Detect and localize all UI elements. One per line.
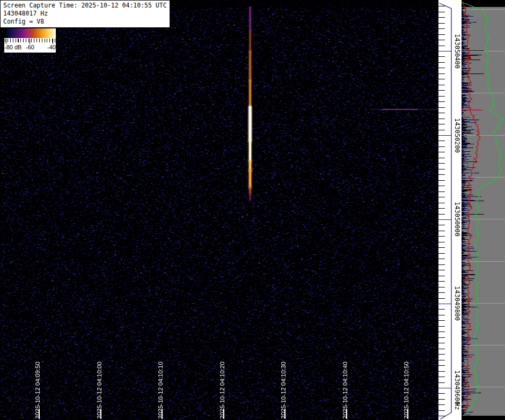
time-tick-label: 2025-10-12 04:10:40: [342, 362, 348, 419]
db-label-max: -40: [47, 44, 56, 50]
spectrogram-screen: Screen Capture Time: 2025-10-12 04:10:55…: [0, 0, 505, 420]
freq-tick-label: 143050200: [453, 118, 461, 153]
time-tick-label: 2025-10-12 04:10:50: [403, 362, 409, 419]
color-gradient-bar: [4, 28, 56, 38]
time-tick-label: 2025-10-12 04:10:00: [96, 362, 103, 419]
config-text: Config = V8: [3, 18, 167, 26]
capture-time-text: Screen Capture Time: 2025-10-12 04:10:55…: [3, 2, 167, 10]
capture-info-box: Screen Capture Time: 2025-10-12 04:10:55…: [0, 0, 170, 28]
db-label-mid: -60: [26, 44, 34, 50]
freq-tick-label: 143050400: [453, 34, 461, 69]
spectrogram-canvas: [0, 0, 505, 420]
center-frequency-text: 143048017 Hz: [3, 10, 167, 18]
time-tick-label: 2025-10-12 04:10:10: [157, 362, 164, 419]
color-scale-minor-ticks: [5, 39, 55, 42]
color-scale-major-tick: [6, 39, 6, 44]
db-label-min: -80 dB: [4, 44, 21, 50]
time-tick-label: 2025-10-12 04:09:50: [34, 362, 41, 419]
freq-tick-label: 143049800: [453, 286, 461, 321]
db-color-scale: -80 dB -60 -40: [4, 28, 56, 53]
time-tick-label: 2025-10-12 04:10:20: [219, 362, 225, 419]
freq-tick-label: 143049600: [453, 370, 461, 405]
freq-tick-label: 143050000: [453, 202, 461, 237]
color-scale-major-tick: [30, 39, 30, 44]
time-tick-label: 2025-10-12 04:10:30: [280, 362, 287, 419]
color-scale-major-tick: [53, 39, 53, 44]
freq-unit-label: Hz: [453, 402, 461, 410]
